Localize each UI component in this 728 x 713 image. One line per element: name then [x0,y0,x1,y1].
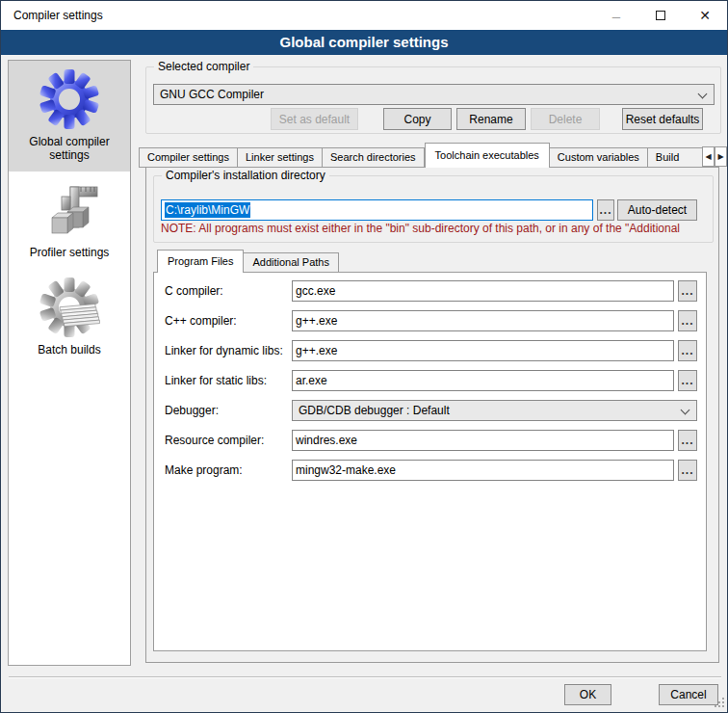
resource-compiler-label: Resource compiler: [165,434,264,447]
selected-compiler-group-label: Selected compiler [154,60,253,73]
linker-static-input[interactable]: ar.exe [292,370,674,391]
compiler-select-value: GNU GCC Compiler [160,88,264,101]
settings-category-list: Global compiler settings Profiler settin… [8,60,131,666]
linker-dynamic-input[interactable]: g++.exe [292,340,674,361]
installation-directory-input[interactable]: C:\raylib\MinGW [161,199,593,221]
make-program-browse-button[interactable]: ... [678,460,697,481]
cpp-compiler-browse-button[interactable]: ... [678,310,697,331]
tab-search-directories[interactable]: Search directories [323,147,425,168]
tab-compiler-settings[interactable]: Compiler settings [139,147,238,168]
browse-icon: ... [681,434,693,447]
delete-button[interactable]: Delete [531,108,600,130]
sidebar-item-global-compiler-settings[interactable]: Global compiler settings [9,61,130,172]
tab-scroll-left-button[interactable]: ◀ [702,146,715,167]
close-button[interactable]: ✕ [683,1,727,30]
minimize-button[interactable]: – [594,1,638,30]
rename-button[interactable]: Rename [456,108,526,130]
page-title: Global compiler settings [1,30,727,55]
browse-directory-button[interactable]: ... [597,199,614,221]
installation-directory-group-label: Compiler's installation directory [162,169,329,182]
window-title: Compiler settings [13,9,103,22]
browse-icon: ... [599,203,611,217]
compiler-settings-window: Compiler settings – ✕ Global compiler se… [0,0,728,713]
chevron-down-icon [698,90,708,99]
resource-compiler-input[interactable]: windres.exe [292,430,674,451]
selected-path-text: C:\raylib\MinGW [165,202,250,218]
c-compiler-input[interactable]: gcc.exe [292,280,674,302]
reset-defaults-button[interactable]: Reset defaults [622,108,703,130]
make-program-label: Make program: [165,463,243,477]
browse-icon: ... [681,344,693,357]
compiler-select[interactable]: GNU GCC Compiler [153,84,715,105]
footer-separator [9,676,721,678]
set-as-default-button[interactable]: Set as default [271,108,358,130]
subtab-program-files[interactable]: Program Files [157,250,244,273]
tab-scroll-left-icon: ◀ [705,152,711,161]
bin-subdirectory-note: NOTE: All programs must exist either in … [161,222,712,235]
debugger-select[interactable]: GDB/CDB debugger : Default [292,400,697,421]
tab-toolchain-executables[interactable]: Toolchain executables [425,143,550,168]
debugger-select-value: GDB/CDB debugger : Default [299,404,450,417]
tab-scroll-right-icon: ▶ [717,152,723,161]
copy-button[interactable]: Copy [383,108,452,130]
linker-dynamic-browse-button[interactable]: ... [678,340,697,361]
minimize-icon: – [612,8,620,24]
cancel-button[interactable]: Cancel [659,684,718,705]
cpp-compiler-label: C++ compiler: [165,314,237,328]
chevron-down-icon [681,406,690,415]
tab-linker-settings[interactable]: Linker settings [238,147,323,168]
cpp-compiler-input[interactable]: g++.exe [292,310,674,331]
sidebar-item-label: Global compiler settings [11,135,128,162]
sidebar-item-batch-builds[interactable]: Batch builds [9,269,130,366]
auto-detect-button[interactable]: Auto-detect [617,199,697,221]
resource-compiler-browse-button[interactable]: ... [678,430,697,451]
close-icon: ✕ [699,8,711,23]
subtab-additional-paths[interactable]: Additional Paths [244,252,339,273]
caliper-icon [39,179,100,241]
gray-gear-stack-icon [39,277,100,338]
c-compiler-label: C compiler: [165,284,223,298]
browse-icon: ... [681,463,693,477]
sidebar-item-profiler-settings[interactable]: Profiler settings [9,172,130,269]
maximize-icon [656,11,665,20]
debugger-label: Debugger: [165,404,219,417]
browse-icon: ... [681,374,693,387]
browse-icon: ... [681,314,693,328]
settings-tab-strip: Compiler settings Linker settings Search… [139,143,702,168]
sidebar-item-label: Profiler settings [11,246,128,259]
sidebar-item-label: Batch builds [11,343,128,356]
resize-grip[interactable] [715,698,716,700]
program-files-tab-strip: Program Files Additional Paths [157,250,339,273]
make-program-input[interactable]: mingw32-make.exe [292,460,674,481]
title-bar: Compiler settings – ✕ [1,1,727,30]
c-compiler-browse-button[interactable]: ... [678,280,697,302]
tab-scroll-right-button[interactable]: ▶ [715,146,727,167]
linker-dynamic-label: Linker for dynamic libs: [165,344,283,357]
browse-icon: ... [681,284,693,298]
tab-build-options[interactable]: Build [648,147,702,168]
linker-static-label: Linker for static libs: [165,374,267,387]
blue-gear-icon [39,68,100,130]
tab-custom-variables[interactable]: Custom variables [550,147,648,168]
ok-button[interactable]: OK [564,684,611,705]
maximize-button[interactable] [638,1,683,30]
linker-static-browse-button[interactable]: ... [678,370,697,391]
